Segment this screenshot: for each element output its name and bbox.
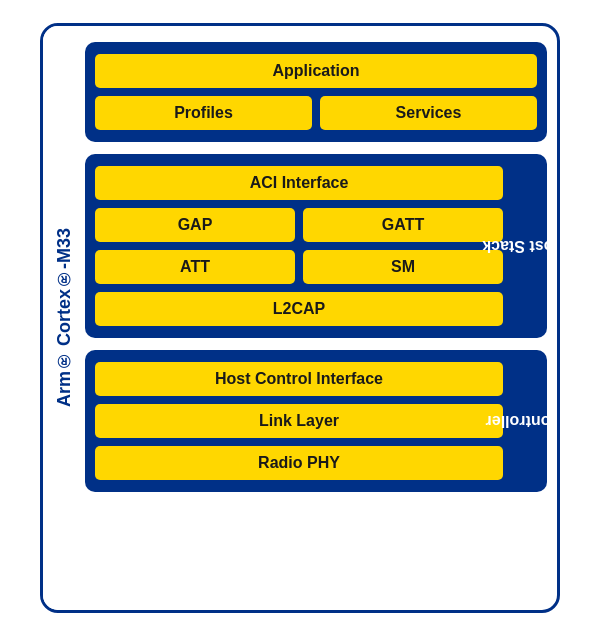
sections-container: Application Profiles Services ACI Interf…	[85, 26, 557, 610]
section-application: Application Profiles Services	[85, 42, 547, 142]
section-host-stack: ACI Interface GAP GATT ATT SM L2CAP Host…	[85, 154, 547, 338]
section-host-inner: ACI Interface GAP GATT ATT SM L2CAP	[95, 166, 503, 326]
radio-phy-box: Radio PHY	[95, 446, 503, 480]
hci-box: Host Control Interface	[95, 362, 503, 396]
host-row2: GAP GATT	[95, 208, 503, 242]
aci-interface-box: ACI Interface	[95, 166, 503, 200]
host-stack-label: Host Stack	[444, 233, 560, 259]
att-box: ATT	[95, 250, 295, 284]
application-box: Application	[95, 54, 537, 88]
arm-label-container: Arm® Cortex®-M33	[43, 26, 85, 610]
application-row2: Profiles Services	[95, 96, 537, 130]
l2cap-box: L2CAP	[95, 292, 503, 326]
diagram-wrapper: Arm® Cortex®-M33 Application Profiles Se…	[0, 0, 600, 636]
controller-label: Controller	[465, 408, 560, 434]
host-row3: ATT SM	[95, 250, 503, 284]
arm-label: Arm® Cortex®-M33	[54, 228, 75, 407]
services-box: Services	[320, 96, 537, 130]
link-layer-box: Link Layer	[95, 404, 503, 438]
section-controller-inner: Host Control Interface Link Layer Radio …	[95, 362, 503, 480]
outer-box: Arm® Cortex®-M33 Application Profiles Se…	[40, 23, 560, 613]
profiles-box: Profiles	[95, 96, 312, 130]
gap-box: GAP	[95, 208, 295, 242]
section-application-inner: Application Profiles Services	[95, 54, 537, 130]
section-controller: Host Control Interface Link Layer Radio …	[85, 350, 547, 492]
